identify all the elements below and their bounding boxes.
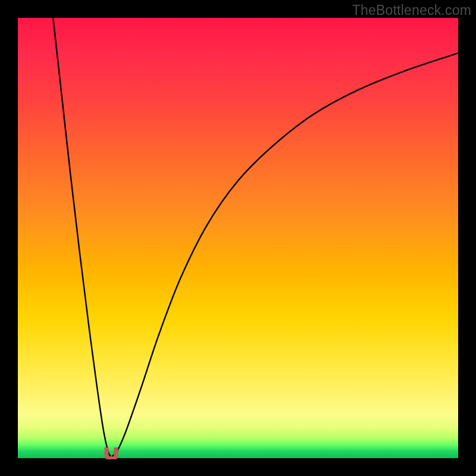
u-shape-icon bbox=[104, 447, 119, 459]
chart-frame: TheBottleneck.com bbox=[0, 0, 476, 476]
curve-left-branch bbox=[53, 18, 110, 456]
chart-plot-area bbox=[18, 18, 458, 458]
watermark-text: TheBottleneck.com bbox=[352, 2, 471, 18]
bottleneck-curve bbox=[18, 18, 458, 458]
minimum-marker bbox=[104, 447, 119, 459]
curve-right-branch bbox=[112, 53, 458, 456]
